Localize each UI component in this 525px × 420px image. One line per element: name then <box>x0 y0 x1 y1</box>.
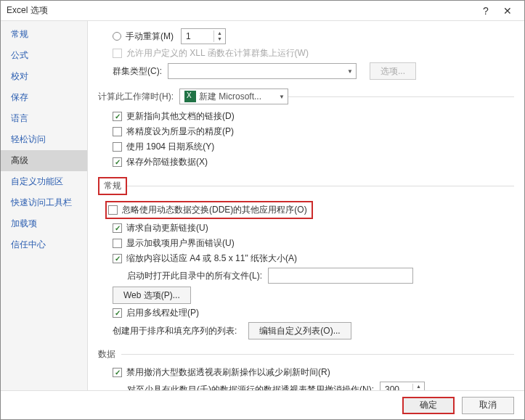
option-checkbox[interactable] <box>113 223 122 233</box>
data-section-title: 数据 <box>98 348 121 361</box>
options-content: 手动重算(M) 1 ▲▼ 允许用户定义的 XLL 函数在计算群集上运行(W) 群… <box>88 21 524 390</box>
window-title: Excel 选项 <box>7 4 475 17</box>
workbook-selector-combo[interactable]: 新建 Microsoft... ▼ <box>179 88 288 104</box>
option-checkbox[interactable] <box>113 112 122 121</box>
manual-recalc-radio[interactable] <box>113 32 121 41</box>
ok-button[interactable]: 确定 <box>402 397 455 414</box>
sidebar-item[interactable]: 信任中心 <box>1 234 87 255</box>
chevron-down-icon: ▼ <box>274 94 285 100</box>
multithread-label: 启用多线程处理(P) <box>126 307 199 319</box>
sidebar-item[interactable]: 公式 <box>1 45 87 66</box>
multithread-checkbox[interactable] <box>113 308 122 318</box>
option-label: 禁用撤消大型数据透视表刷新操作以减少刷新时间(R) <box>126 366 330 379</box>
spinner-arrows-icon[interactable]: ▲▼ <box>213 30 225 42</box>
sidebar-item[interactable]: 轻松访问 <box>1 129 87 150</box>
option-checkbox[interactable] <box>113 254 122 263</box>
option-label: 请求自动更新链接(U) <box>126 222 208 234</box>
udf-cluster-checkbox <box>113 49 122 58</box>
option-label: 显示加载项用户界面错误(U) <box>126 237 235 250</box>
option-checkbox[interactable] <box>113 142 122 152</box>
sidebar-item[interactable]: 加载项 <box>1 213 87 234</box>
pivot-undo-label: 对至少具有此数目(千)的数据源行的数据透视表禁用撤消操作(N): <box>127 384 374 391</box>
option-checkbox[interactable] <box>113 127 122 136</box>
cluster-type-label: 群集类型(C): <box>113 65 162 78</box>
general-section-title: 常规 <box>98 177 127 195</box>
sortlist-label: 创建用于排序和填充序列的列表: <box>113 325 237 337</box>
startup-dir-input[interactable] <box>268 268 413 284</box>
workbook-calc-label: 计算此工作簿时(H): <box>98 91 179 103</box>
sidebar-item[interactable]: 自定义功能区 <box>1 171 87 192</box>
manual-recalc-spinner[interactable]: 1 ▲▼ <box>181 28 226 44</box>
option-label: 保存外部链接数据(X) <box>126 156 208 168</box>
sidebar-item[interactable]: 常规 <box>1 24 87 45</box>
manual-recalc-label: 手动重算(M) <box>126 30 174 43</box>
udf-cluster-label: 允许用户定义的 XLL 函数在计算群集上运行(W) <box>126 47 309 59</box>
dde-label: 忽略使用动态数据交换(DDE)的其他应用程序(O) <box>122 204 307 216</box>
category-sidebar: 常规公式校对保存语言轻松访问高级自定义功能区快速访问工具栏加载项信任中心 <box>1 21 88 390</box>
close-icon[interactable]: ✕ <box>497 5 518 17</box>
sidebar-item[interactable]: 语言 <box>1 108 87 129</box>
option-checkbox[interactable] <box>113 368 122 377</box>
sidebar-item[interactable]: 保存 <box>1 87 87 108</box>
edit-custom-lists-button[interactable]: 编辑自定义列表(O)... <box>248 322 351 339</box>
option-label: 更新指向其他文档的链接(D) <box>126 110 235 123</box>
option-label: 使用 1904 日期系统(Y) <box>126 141 214 153</box>
chevron-down-icon: ▼ <box>343 68 353 75</box>
cancel-button[interactable]: 取消 <box>462 397 514 414</box>
option-label: 缩放内容以适应 A4 或 8.5 x 11" 纸张大小(A) <box>126 252 297 265</box>
help-icon[interactable]: ? <box>475 5 497 17</box>
option-checkbox[interactable] <box>113 157 122 167</box>
spinner-arrows-icon[interactable]: ▲▼ <box>412 384 424 390</box>
cluster-options-button: 选项... <box>370 62 416 80</box>
dde-highlight-box: 忽略使用动态数据交换(DDE)的其他应用程序(O) <box>105 201 313 219</box>
cluster-type-combo[interactable]: ▼ <box>168 63 357 79</box>
option-checkbox[interactable] <box>113 239 122 248</box>
startup-dir-label: 启动时打开此目录中的所有文件(L): <box>127 270 262 282</box>
excel-file-icon <box>184 91 196 102</box>
sidebar-item[interactable]: 快速访问工具栏 <box>1 192 87 213</box>
sidebar-item[interactable]: 高级 <box>1 150 87 171</box>
pivot-undo-spinner[interactable]: 300 ▲▼ <box>380 382 425 390</box>
web-options-button[interactable]: Web 选项(P)... <box>113 287 191 304</box>
option-label: 将精度设为所显示的精度(P) <box>126 125 234 138</box>
sidebar-item[interactable]: 校对 <box>1 66 87 87</box>
dde-checkbox[interactable] <box>108 205 118 215</box>
